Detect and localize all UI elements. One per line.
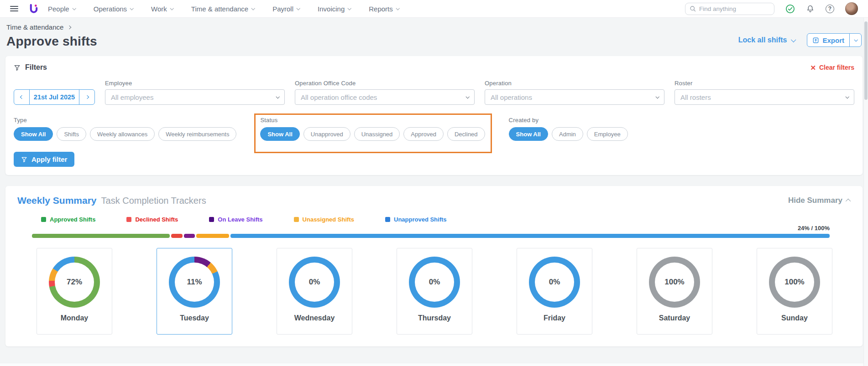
day-donut-chart: 72% — [49, 257, 100, 308]
day-card-thursday[interactable]: 0% Thursday — [397, 248, 472, 335]
nav-item-invoicing[interactable]: Invoicing — [318, 5, 350, 13]
day-percentage: 11% — [187, 278, 202, 287]
hide-summary-button[interactable]: Hide Summary — [788, 196, 851, 205]
progress-segment-on-leave-shifts — [184, 234, 195, 238]
weekly-summary-panel: Weekly Summary Task Completion Trackers … — [5, 186, 863, 346]
chevron-down-icon — [130, 6, 134, 10]
apply-filter-button[interactable]: Apply filter — [14, 152, 74, 167]
day-card-monday[interactable]: 72% Monday — [37, 248, 112, 335]
legend-swatch-icon — [209, 217, 214, 222]
day-card-wednesday[interactable]: 0% Wednesday — [277, 248, 352, 335]
help-icon[interactable]: ? — [826, 5, 834, 13]
chevron-down-icon — [170, 6, 173, 10]
nav-item-people[interactable]: People — [48, 5, 75, 13]
export-dropdown-caret[interactable] — [849, 34, 861, 46]
breadcrumb: Time & attendance — [6, 23, 862, 31]
legend-swatch-icon — [126, 217, 131, 222]
day-donut-chart: 11% — [169, 257, 220, 308]
brand-logo[interactable] — [28, 4, 39, 14]
chevron-down-icon — [348, 6, 351, 10]
filter-select-operation[interactable]: All operations — [485, 89, 664, 105]
chip-group-type: Type Show AllShiftsWeekly allowancesWeek… — [14, 117, 236, 141]
nav-item-operations[interactable]: Operations — [94, 5, 133, 13]
vertical-scrollbar[interactable] — [863, 18, 868, 366]
filter-select-operation-office-code[interactable]: All operation office codes — [295, 89, 475, 105]
nav-item-payroll[interactable]: Payroll — [272, 5, 299, 13]
clear-x-icon: ✕ — [810, 64, 816, 71]
lock-all-shifts-button[interactable]: Lock all shifts — [738, 36, 795, 44]
day-card-saturday[interactable]: 100% Saturday — [637, 248, 712, 335]
legend-item: Unapproved Shifts — [385, 216, 447, 223]
export-button[interactable]: Export — [807, 33, 862, 47]
chip-unapproved[interactable]: Unapproved — [303, 127, 350, 141]
summary-legend: Approved Shifts Declined Shifts On Leave… — [41, 216, 851, 223]
chip-show-all[interactable]: Show All — [14, 127, 53, 141]
avatar[interactable] — [845, 2, 858, 15]
day-donut-chart: 0% — [529, 257, 580, 308]
day-percentage: 100% — [784, 278, 804, 287]
legend-swatch-icon — [294, 217, 299, 222]
chip-weekly-reimbursements[interactable]: Weekly reimbursements — [158, 127, 236, 141]
filters-title: Filters — [25, 63, 47, 72]
day-card-tuesday[interactable]: 11% Tuesday — [157, 248, 232, 335]
nav-item-time-attendance[interactable]: Time & attendance — [191, 5, 254, 13]
chevron-down-icon — [72, 6, 76, 10]
day-label: Saturday — [659, 314, 690, 322]
bell-icon[interactable] — [806, 4, 815, 13]
chip-declined[interactable]: Declined — [447, 127, 485, 141]
page-title: Approve shifts — [6, 34, 97, 49]
chip-show-all[interactable]: Show All — [509, 127, 548, 141]
page-header: Time & attendance Approve shifts Lock al… — [0, 18, 868, 49]
legend-item: Approved Shifts — [41, 216, 95, 223]
chip-unassigned[interactable]: Unassigned — [354, 127, 400, 141]
legend-swatch-icon — [41, 217, 46, 222]
date-next-button[interactable] — [79, 90, 94, 104]
progress-segment-declined-shifts — [171, 234, 182, 238]
clear-filters-button[interactable]: ✕ Clear filters — [810, 64, 854, 71]
chevron-down-icon — [276, 95, 279, 98]
day-card-friday[interactable]: 0% Friday — [517, 248, 592, 335]
chip-approved[interactable]: Approved — [403, 127, 444, 141]
nav-item-work[interactable]: Work — [151, 5, 173, 13]
day-cards: 72% Monday 11% Tuesday 0% Wednesday 0% T… — [37, 248, 832, 335]
main-nav: People Operations Work Time & attendance… — [48, 5, 399, 13]
date-picker: 21st Jul 2025 — [14, 89, 95, 105]
filter-field: Employee All employees — [105, 80, 285, 105]
breadcrumb-link[interactable]: Time & attendance — [6, 23, 63, 31]
legend-item: Unassigned Shifts — [294, 216, 354, 223]
chip-show-all[interactable]: Show All — [260, 127, 299, 141]
chevron-down-icon — [845, 95, 849, 98]
day-card-sunday[interactable]: 100% Sunday — [757, 248, 832, 335]
search-input[interactable] — [699, 5, 770, 12]
hamburger-menu-icon[interactable] — [10, 6, 18, 11]
chip-weekly-allowances[interactable]: Weekly allowances — [90, 127, 155, 141]
chevron-down-icon — [396, 6, 399, 10]
date-prev-button[interactable] — [14, 90, 29, 104]
chevron-up-icon — [846, 199, 851, 204]
global-search[interactable] — [685, 3, 774, 15]
funnel-icon — [21, 156, 27, 163]
funnel-icon — [14, 64, 21, 71]
day-donut-chart: 0% — [289, 257, 340, 308]
day-label: Monday — [61, 314, 88, 322]
day-donut-chart: 0% — [409, 257, 460, 308]
chip-employee[interactable]: Employee — [587, 127, 628, 141]
day-percentage: 100% — [664, 278, 684, 287]
check-circle-icon[interactable] — [785, 4, 795, 14]
day-label: Wednesday — [294, 314, 335, 322]
chevron-down-icon — [791, 37, 796, 42]
chip-shifts[interactable]: Shifts — [57, 127, 86, 141]
date-value[interactable]: 21st Jul 2025 — [29, 90, 79, 104]
filter-select-employee[interactable]: All employees — [105, 89, 285, 105]
filter-select-roster[interactable]: All rosters — [675, 89, 854, 105]
progress-segment-approved-shifts — [32, 234, 170, 238]
day-label: Friday — [544, 314, 565, 322]
scrollbar-thumb[interactable] — [864, 21, 868, 100]
chip-admin[interactable]: Admin — [552, 127, 583, 141]
search-icon — [690, 5, 696, 12]
nav-item-reports[interactable]: Reports — [369, 5, 399, 13]
day-percentage: 0% — [549, 278, 560, 287]
progress-segment-unassigned-shifts — [196, 234, 229, 238]
chip-group-status: Status Show AllUnapprovedUnassignedAppro… — [260, 117, 485, 141]
chevron-down-icon — [655, 95, 659, 98]
